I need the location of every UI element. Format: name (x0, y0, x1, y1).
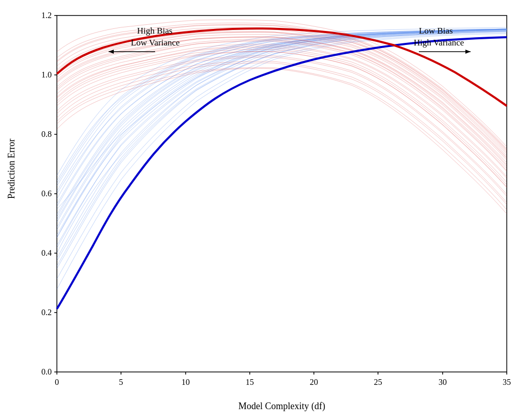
annotation-low-bias: Low Bias (419, 26, 453, 36)
x-tick-10: 10 (182, 378, 190, 386)
annotation-high-variance: High Variance (414, 38, 464, 48)
y-tick-0: 0.0 (41, 367, 52, 376)
y-tick-0.6: 0.6 (41, 189, 52, 198)
x-tick-20: 20 (310, 378, 318, 386)
x-tick-25: 25 (374, 378, 382, 386)
x-axis-label: Model Complexity (df) (238, 401, 325, 412)
y-tick-0.8: 0.8 (41, 130, 52, 138)
x-tick-35: 35 (503, 378, 511, 386)
x-tick-5: 5 (119, 378, 123, 386)
y-tick-0.4: 0.4 (41, 248, 52, 257)
x-tick-30: 30 (439, 378, 447, 386)
chart-container: 0.0 0.2 0.4 0.6 0.8 1.0 1.2 0 5 (0, 0, 529, 420)
y-tick-1.2: 1.2 (41, 11, 52, 20)
y-tick-0.2: 0.2 (41, 308, 52, 317)
annotation-high-bias: High Bias (137, 26, 172, 36)
y-axis-label: Prediction Error (6, 139, 17, 199)
x-tick-15: 15 (246, 378, 254, 386)
x-tick-0: 0 (55, 378, 59, 386)
annotation-low-variance: Low Variance (131, 38, 180, 48)
y-tick-1.0: 1.0 (41, 70, 52, 79)
main-chart: 0.0 0.2 0.4 0.6 0.8 1.0 1.2 0 5 (0, 0, 529, 420)
